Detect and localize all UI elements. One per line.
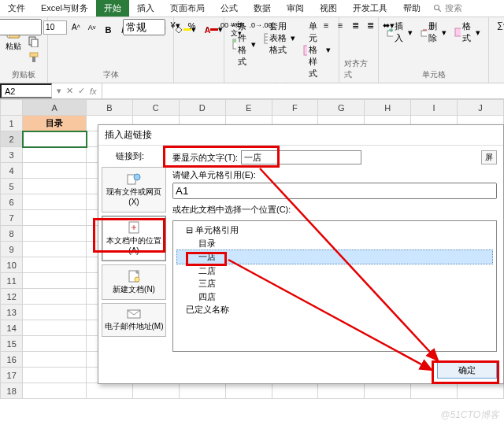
name-box[interactable]: [0, 83, 52, 98]
menu-excel-finance[interactable]: Excel与财务: [33, 0, 96, 17]
font-name-select[interactable]: [0, 19, 42, 35]
align-top-button[interactable]: ≡: [320, 19, 332, 31]
tree-item-store3[interactable]: 三店: [176, 277, 493, 290]
row-header-8[interactable]: 8: [1, 226, 23, 242]
menu-formula[interactable]: 公式: [213, 0, 246, 17]
row-header-6[interactable]: 6: [1, 194, 23, 210]
fx-icon[interactable]: fx: [90, 87, 97, 96]
group-cells-label: 单元格: [422, 68, 446, 81]
menu-data[interactable]: 数据: [246, 0, 279, 17]
comma-button[interactable]: ,: [200, 20, 213, 32]
format-cells-button[interactable]: 格式▾: [451, 19, 484, 46]
row-header-13[interactable]: 13: [1, 305, 23, 320]
group-number: ¥▾ % , .00→.0 .0→.00: [174, 17, 224, 83]
col-header-J[interactable]: J: [458, 100, 504, 116]
row-header-7[interactable]: 7: [1, 210, 23, 226]
linkto-label: 链接到:: [102, 150, 166, 162]
row-header-3[interactable]: 3: [1, 147, 23, 163]
tree-item-store2[interactable]: 二店: [176, 264, 493, 278]
row-header-1[interactable]: 1: [1, 116, 23, 131]
select-all-corner[interactable]: [1, 100, 23, 116]
svg-point-0: [434, 5, 439, 9]
number-format-select[interactable]: [123, 19, 165, 35]
cell-A2[interactable]: [23, 131, 87, 147]
fx-cancel-icon[interactable]: ✕: [66, 86, 73, 96]
tree-item-store4[interactable]: 四店: [176, 290, 493, 304]
insert-icon: [387, 28, 393, 37]
svg-rect-23: [455, 28, 461, 36]
row-header-5[interactable]: 5: [1, 179, 23, 194]
tree-item-store1[interactable]: 一店: [176, 249, 493, 264]
autosum-button[interactable]: ∑▾: [494, 19, 504, 32]
svg-point-29: [135, 277, 139, 282]
screentip-button[interactable]: 屏: [481, 150, 497, 164]
fx-check-icon[interactable]: ✓: [78, 86, 85, 96]
email-icon: [127, 309, 141, 320]
row-header-14[interactable]: 14: [1, 320, 23, 336]
menu-bar: 文件 Excel与财务 开始 插入 页面布局 公式 数据 审阅 视图 开发工具 …: [0, 0, 504, 17]
nav-existing-file[interactable]: 现有文件或网页(X): [102, 167, 166, 213]
select-location-label: 或在此文档中选择一个位置(C):: [172, 204, 497, 216]
tree-item-index[interactable]: 目录: [176, 237, 493, 250]
cell-A1[interactable]: 目录: [23, 116, 87, 131]
menu-view[interactable]: 视图: [312, 0, 345, 17]
formula-bar: ▾ ✕ ✓ fx: [0, 83, 504, 99]
row-header-4[interactable]: 4: [1, 163, 23, 179]
nav-new-doc[interactable]: 新建文档(N): [102, 264, 166, 300]
dialog-title: 插入超链接: [98, 125, 503, 146]
menu-home[interactable]: 开始: [96, 0, 129, 17]
insert-cells-button[interactable]: 插入▾: [384, 19, 416, 46]
table-format-button[interactable]: 套用表格格式▾: [261, 19, 298, 57]
cell-style-icon: [303, 45, 307, 56]
col-header-H[interactable]: H: [365, 100, 411, 116]
nav-place-in-doc[interactable]: 本文档中的位置(A): [102, 216, 166, 261]
col-header-E[interactable]: E: [225, 100, 272, 116]
svg-rect-17: [304, 46, 307, 55]
group-font-label: 字体: [103, 68, 119, 81]
font-size-select[interactable]: [43, 20, 67, 35]
bold-button[interactable]: B: [102, 24, 114, 36]
align-middle-button[interactable]: ≡: [334, 19, 346, 31]
menu-layout[interactable]: 页面布局: [162, 0, 213, 17]
decrease-font-button[interactable]: Av: [85, 21, 99, 34]
menu-dev[interactable]: 开发工具: [345, 0, 395, 17]
increase-font-button[interactable]: A^: [69, 21, 83, 34]
row-header-16[interactable]: 16: [1, 352, 23, 368]
col-header-B[interactable]: B: [87, 100, 133, 116]
row-header-9[interactable]: 9: [1, 242, 23, 257]
row-header-2[interactable]: 2: [1, 131, 23, 147]
align-left-button[interactable]: ≣: [349, 19, 362, 32]
nav-email[interactable]: 电子邮件地址(M): [102, 303, 166, 337]
col-header-D[interactable]: D: [179, 100, 225, 116]
tree-cellref-root[interactable]: ⊟ 单元格引用: [176, 224, 493, 237]
ok-button[interactable]: 确定: [437, 361, 497, 379]
col-header-I[interactable]: I: [411, 100, 458, 116]
row-header-10[interactable]: 10: [1, 257, 23, 273]
col-header-A[interactable]: A: [23, 100, 87, 116]
menu-file[interactable]: 文件: [0, 0, 33, 17]
align-center-button[interactable]: ≣: [364, 19, 377, 32]
col-header-C[interactable]: C: [132, 100, 179, 116]
row-header-15[interactable]: 15: [1, 336, 23, 352]
cellref-input[interactable]: [172, 183, 497, 199]
delete-cells-button[interactable]: 删除▾: [417, 19, 450, 46]
currency-button[interactable]: ¥▾: [168, 19, 183, 32]
menu-insert[interactable]: 插入: [129, 0, 162, 17]
formula-input[interactable]: [102, 83, 504, 98]
location-tree[interactable]: ⊟ 单元格引用 目录 一店 二店 三店 四店 已定义名称: [172, 220, 497, 352]
menu-review[interactable]: 审阅: [279, 0, 312, 17]
row-header-12[interactable]: 12: [1, 289, 23, 305]
menu-help[interactable]: 帮助: [395, 0, 428, 17]
col-header-G[interactable]: G: [318, 100, 365, 116]
percent-button[interactable]: %: [185, 20, 199, 32]
fx-dropdown-icon[interactable]: ▾: [57, 86, 61, 96]
row-header-18[interactable]: 18: [1, 383, 23, 399]
display-text-input[interactable]: [241, 150, 361, 164]
col-header-F[interactable]: F: [272, 100, 318, 116]
menu-search[interactable]: 搜索: [433, 0, 462, 17]
svg-rect-21: [421, 31, 427, 36]
row-header-17[interactable]: 17: [1, 368, 23, 383]
row-header-11[interactable]: 11: [1, 273, 23, 289]
tree-names-root[interactable]: 已定义名称: [176, 303, 493, 316]
cond-format-button[interactable]: 条件格式▾: [229, 19, 259, 69]
